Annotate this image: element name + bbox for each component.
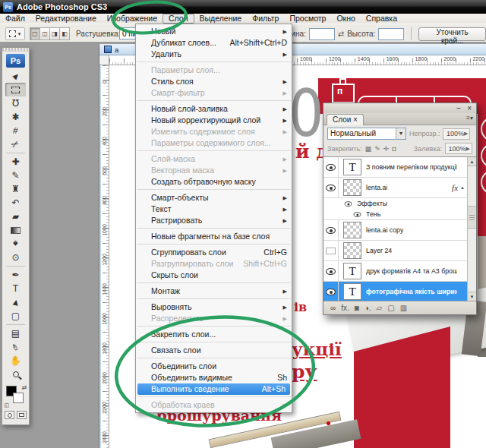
lasso-tool[interactable]: ℧ <box>5 96 26 110</box>
history-brush-tool[interactable]: ↶ <box>5 196 26 210</box>
dodge-tool[interactable]: ⊙ <box>5 251 26 264</box>
lock-position-icon[interactable]: ✛ <box>383 145 390 153</box>
layer-thumbnail[interactable] <box>343 242 361 259</box>
layer-group-icon[interactable]: ▱ <box>377 302 383 314</box>
layers-scrollbar[interactable]: ▲ ▼ <box>467 157 476 301</box>
layer-menu-item[interactable]: Объединить видимыеSh <box>136 372 292 383</box>
layer-menu-item[interactable]: Дубликат слоев...Alt+Shift+Ctrl+D <box>136 37 292 49</box>
scroll-up-icon[interactable]: ▲ <box>468 157 476 166</box>
eye-icon[interactable] <box>354 212 361 217</box>
menubar-item-Просмотр[interactable]: Просмотр <box>284 14 331 24</box>
effects-header-row[interactable]: Эффекты <box>323 198 467 209</box>
layer-menu-item[interactable]: Создать обтравочную маску <box>136 176 292 188</box>
fill-value[interactable]: 100%▶ <box>445 143 472 154</box>
layer-menu-item[interactable]: Удалить▶ <box>136 49 292 60</box>
layer-row[interactable]: Tфотографічна якість ширина др... <box>323 282 467 301</box>
menubar-item-Изображение[interactable]: Изображение <box>102 14 163 24</box>
layer-menu-item[interactable]: Выполнить сведениеAlt+Sh <box>137 383 290 395</box>
gradient-tool[interactable] <box>5 223 26 237</box>
layer-thumbnail[interactable] <box>343 179 361 196</box>
rectangular-marquee-tool[interactable] <box>5 83 26 96</box>
layer-menu-item[interactable]: Стиль слоя▶ <box>136 76 292 87</box>
slice-tool[interactable]: ✂ <box>5 137 26 151</box>
scroll-down-icon[interactable]: ▼ <box>468 292 476 301</box>
layer-menu-item[interactable]: Новые фрагменты на базе слоя <box>136 231 292 242</box>
intersect-selection-icon[interactable]: ◧ <box>59 27 70 40</box>
layer-menu-item[interactable]: Монтаж▶ <box>136 286 292 297</box>
new-selection-icon[interactable]: ▢ <box>30 27 40 40</box>
adjustment-layer-icon[interactable]: ◑. <box>364 302 371 314</box>
menubar-item-Слой[interactable]: Слой <box>163 14 194 24</box>
blur-tool[interactable]: ♠ <box>5 237 26 251</box>
menubar-item-Справка[interactable]: Справка <box>361 14 402 24</box>
layer-menu-item[interactable]: Сгруппировать слоиCtrl+G <box>136 247 292 258</box>
layer-menu-item[interactable]: Выровнять▶ <box>136 301 292 313</box>
layer-row[interactable]: Tдрук форматів А4 та А3 брошурув... <box>323 261 467 282</box>
notes-tool[interactable]: ▤ <box>5 327 26 340</box>
lock-all-icon[interactable]: ◘ <box>392 145 396 153</box>
menubar-item-Файл[interactable]: Файл <box>0 14 30 24</box>
visibility-toggle[interactable] <box>323 261 339 281</box>
layer-thumbnail[interactable]: T <box>343 263 361 279</box>
layer-menu-item[interactable]: Смарт-объекты▶ <box>136 192 292 203</box>
layer-menu-item[interactable]: Объединить слои <box>136 361 292 372</box>
menubar-item-Фильтр[interactable]: Фильтр <box>247 14 284 24</box>
type-tool[interactable]: T <box>5 282 26 295</box>
tab-close-icon[interactable]: × <box>353 115 358 124</box>
delete-layer-icon[interactable]: ▥ <box>400 302 407 314</box>
layer-menu-item[interactable]: Новый корректирующий слой▶ <box>136 115 292 126</box>
screen-mode-button[interactable] <box>17 411 27 419</box>
effect-row[interactable]: Тень <box>323 209 467 219</box>
lock-transparency-icon[interactable]: ▦ <box>365 145 372 153</box>
visibility-toggle[interactable] <box>323 157 339 177</box>
layer-row[interactable]: lenta.aifx▲ <box>323 178 467 198</box>
tool-preset-picker[interactable]: ▼ <box>5 27 25 40</box>
layer-row[interactable]: Layer 24 <box>323 241 467 261</box>
default-colors-icon[interactable]: ◱ <box>5 402 10 409</box>
menubar-item-Выделение[interactable]: Выделение <box>194 14 248 24</box>
zoom-tool[interactable] <box>5 368 26 381</box>
eyedropper-tool[interactable]: ✑ <box>5 340 26 354</box>
menubar-item-Окно[interactable]: Окно <box>331 14 360 24</box>
hand-tool[interactable]: ✋ <box>5 354 26 368</box>
collapse-effects-icon[interactable]: ▲ <box>460 185 465 190</box>
layer-menu-item[interactable]: Новый▶ <box>136 26 292 37</box>
layer-mask-icon[interactable]: ◙ <box>355 302 359 314</box>
move-tool[interactable]: ► <box>5 69 26 83</box>
layer-thumbnail[interactable]: T <box>343 159 361 175</box>
new-layer-icon[interactable]: ▢ <box>387 302 394 314</box>
layer-row[interactable]: TЗ повним переліком продукції мож... <box>323 157 467 178</box>
background-color[interactable] <box>13 393 24 403</box>
pen-tool[interactable]: ✒ <box>5 268 26 282</box>
layer-style-icon[interactable]: fx. <box>341 302 349 314</box>
magic-wand-tool[interactable]: ✱ <box>5 110 26 124</box>
menubar-item-Редактирование[interactable]: Редактирование <box>30 14 102 24</box>
height-input[interactable] <box>378 28 404 40</box>
visibility-toggle[interactable] <box>323 282 339 301</box>
brush-tool[interactable]: ✎ <box>5 169 26 182</box>
shape-tool[interactable]: ▢ <box>5 309 26 323</box>
palette-grip[interactable] <box>2 48 29 52</box>
link-layers-icon[interactable]: ∞ <box>330 302 336 314</box>
visibility-toggle[interactable] <box>323 220 339 240</box>
layer-thumbnail[interactable]: T <box>343 283 361 300</box>
width-input[interactable] <box>309 28 335 40</box>
healing-brush-tool[interactable]: ✚ <box>5 155 26 169</box>
panel-minimize-button[interactable]: − <box>456 105 461 112</box>
scrollbar-grip[interactable] <box>468 206 476 229</box>
refine-edge-button[interactable]: Уточнить край... <box>418 27 486 41</box>
layer-menu-item[interactable]: Скрыть слои <box>136 270 292 281</box>
layer-menu-item[interactable]: Текст▶ <box>136 203 292 215</box>
layer-menu-item[interactable]: Связать слои <box>136 345 292 356</box>
layer-thumbnail[interactable] <box>343 222 361 238</box>
layer-row[interactable]: lenta.ai copy <box>323 220 467 241</box>
swap-colors-icon[interactable]: ⇄ <box>22 384 27 391</box>
opacity-value[interactable]: 100%▶ <box>443 128 470 140</box>
swap-dimensions-icon[interactable]: ⇄ <box>338 30 344 38</box>
eye-icon[interactable] <box>345 201 352 207</box>
eraser-tool[interactable]: ▰ <box>5 210 26 223</box>
panel-close-button[interactable]: × <box>467 105 472 112</box>
panel-menu-icon[interactable]: ≡▾ <box>466 115 473 121</box>
clone-stamp-tool[interactable]: ♜ <box>5 182 26 196</box>
visibility-toggle[interactable] <box>323 241 339 260</box>
